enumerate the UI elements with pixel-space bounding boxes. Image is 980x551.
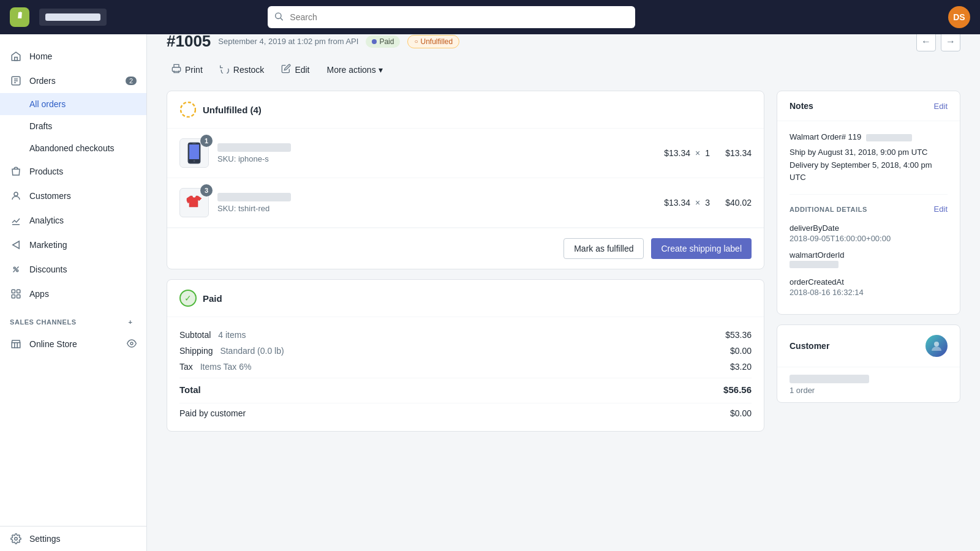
shipping-value: $0.00 [730, 346, 752, 356]
next-order-button[interactable]: → [941, 32, 960, 51]
sidebar-item-online-store[interactable]: Online Store [0, 332, 146, 356]
item-sku-1: SKU: iphone-s [217, 154, 655, 163]
create-shipping-label-button[interactable]: Create shipping label [651, 238, 752, 259]
item-image-wrap: 1 [179, 138, 209, 168]
unfulfilled-card: Unfulfilled (4) [167, 91, 764, 269]
add-sales-channel-button[interactable]: + [124, 316, 137, 328]
apps-icon [10, 288, 22, 300]
item-multiply-1: × [695, 148, 700, 158]
paid-title: Paid [203, 293, 222, 304]
svg-point-0 [276, 13, 281, 18]
shipping-label: Shipping [179, 346, 213, 356]
sidebar-item-analytics[interactable]: Analytics [0, 208, 146, 233]
top-navigation: DS [0, 0, 980, 34]
sidebar: Home Orders 2 All orders Drafts Abandone… [0, 34, 147, 517]
additional-details-header: ADDITIONAL DETAILS Edit [777, 195, 960, 219]
search-bar[interactable] [268, 6, 635, 28]
customer-header: Customer [777, 325, 960, 367]
order-created-key: orderCreatedAt [790, 277, 948, 287]
note-line2: Ship by August 31, 2018, 9:00 pm UTC [790, 146, 948, 159]
subtotal-label: Subtotal [179, 330, 211, 340]
customers-icon [10, 190, 22, 202]
page-header: #1005 September 4, 2019 at 1:02 pm from … [167, 32, 960, 51]
sidebar-orders-label: Orders [29, 76, 56, 86]
mark-fulfilled-button[interactable]: Mark as fulfilled [564, 238, 644, 259]
customer-avatar[interactable] [925, 335, 948, 357]
paid-badge: Paid [366, 36, 400, 48]
notes-edit-button[interactable]: Edit [934, 102, 948, 111]
shopify-logo [10, 7, 29, 27]
customer-body: 1 order [777, 367, 960, 402]
item-multiply-2: × [695, 198, 700, 208]
detail-item-order-created: orderCreatedAt 2018-08-16 16:32:14 [790, 277, 948, 297]
additional-details-title: ADDITIONAL DETAILS [790, 206, 867, 213]
main-content: ‹ Orders #1005 September 4, 2019 at 1:02… [147, 0, 980, 517]
customer-card: Customer 1 order [777, 324, 960, 403]
svg-point-19 [181, 102, 195, 117]
marketing-icon [10, 239, 22, 251]
notes-body: Walmart Order# 119 Ship by August 31, 20… [777, 121, 960, 194]
order-title-group: #1005 September 4, 2019 at 1:02 pm from … [167, 32, 459, 51]
search-icon [274, 12, 284, 23]
sidebar-item-marketing[interactable]: Marketing [0, 233, 146, 257]
svg-rect-21 [189, 144, 199, 159]
sidebar-item-orders[interactable]: Orders 2 [0, 69, 146, 93]
all-orders-label: All orders [29, 99, 66, 109]
sidebar-item-apps[interactable]: Apps [0, 282, 146, 306]
sidebar-item-customers[interactable]: Customers [0, 184, 146, 208]
print-button[interactable]: Print [167, 61, 208, 78]
home-icon [10, 50, 22, 62]
item-info-1: SKU: iphone-s [217, 143, 655, 163]
svg-rect-14 [12, 295, 15, 298]
detail-item-walmart-order: walmartOrderId [790, 250, 948, 270]
sidebar-item-drafts[interactable]: Drafts [0, 115, 146, 137]
chevron-down-icon: ▾ [379, 65, 383, 75]
restock-button[interactable]: Restock [215, 61, 270, 78]
more-actions-button[interactable]: More actions ▾ [322, 62, 388, 77]
note-line3: Delivery by September 5, 2018, 4:00 pm U… [790, 159, 948, 185]
sidebar-item-abandoned[interactable]: Abandoned checkouts [0, 137, 146, 159]
walmart-order-key: walmartOrderId [790, 250, 948, 260]
content-columns: Unfulfilled (4) [167, 91, 960, 432]
additional-details-edit-button[interactable]: Edit [934, 204, 948, 214]
edit-icon [281, 64, 291, 76]
avatar[interactable]: DS [948, 6, 970, 28]
sidebar-customers-label: Customers [29, 191, 71, 201]
notes-card: Notes Edit Walmart Order# 119 Ship by Au… [777, 91, 960, 315]
unfulfilled-badge: Unfulfilled [407, 35, 459, 48]
search-input[interactable] [268, 6, 635, 28]
svg-point-16 [130, 342, 133, 345]
total-label: Total [179, 384, 201, 395]
online-store-label: Online Store [29, 339, 77, 349]
svg-rect-2 [15, 58, 18, 61]
customer-title: Customer [790, 341, 829, 351]
svg-point-9 [13, 267, 15, 269]
edit-button[interactable]: Edit [276, 61, 314, 78]
prev-order-button[interactable]: ← [916, 32, 936, 51]
more-actions-label: More actions [327, 65, 376, 75]
svg-point-7 [14, 192, 18, 196]
notes-title: Notes [790, 101, 813, 111]
sidebar-item-home[interactable]: Home [0, 44, 146, 69]
visibility-icon[interactable] [127, 339, 137, 350]
additional-details-body: deliverByDate 2018-09-05T16:00:00+00:00 … [777, 219, 960, 314]
sidebar-item-all-orders[interactable]: All orders [0, 93, 146, 115]
walmart-order-value [790, 261, 948, 270]
item-qty-2: 3 [705, 198, 710, 208]
orders-icon [10, 75, 22, 87]
order-summary: Subtotal 4 items $53.36 Shipping Standar… [167, 317, 764, 431]
paid-by-value: $0.00 [730, 408, 752, 418]
shipping-detail: Standard (0.0 lb) [220, 346, 284, 356]
online-store-icon [10, 338, 22, 350]
summary-total-row: Total $56.56 [179, 378, 752, 398]
drafts-label: Drafts [29, 121, 52, 131]
note-line1: Walmart Order# 119 [790, 131, 948, 144]
sidebar-item-discounts[interactable]: Discounts [0, 257, 146, 282]
subtotal-items: 4 items [218, 330, 246, 340]
edit-label: Edit [295, 65, 309, 75]
sidebar-item-products[interactable]: Products [0, 159, 146, 184]
sidebar-products-label: Products [29, 167, 63, 176]
page-nav-arrows: ← → [916, 32, 960, 51]
deliver-by-key: deliverByDate [790, 223, 948, 233]
tax-value: $3.20 [730, 362, 752, 372]
